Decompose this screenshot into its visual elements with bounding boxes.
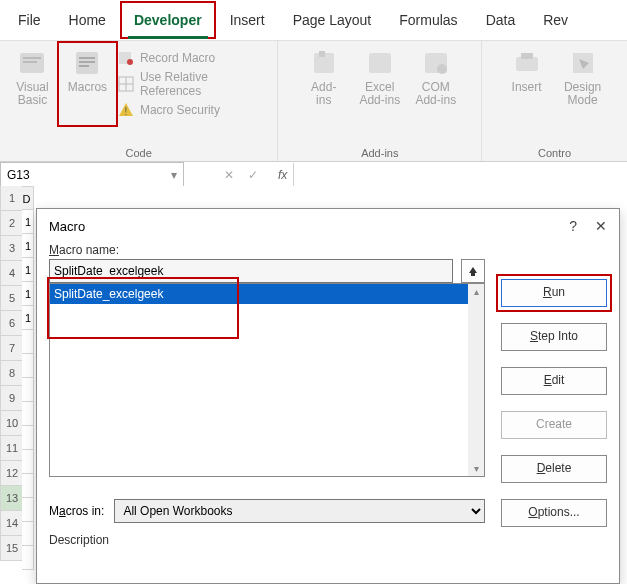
description-label: Description xyxy=(49,533,485,547)
cell[interactable]: 1 xyxy=(22,210,34,234)
row-header[interactable]: 14 xyxy=(0,511,24,536)
cell[interactable] xyxy=(22,522,34,546)
group-label-controls: Contro xyxy=(538,147,571,159)
name-box-value: G13 xyxy=(7,168,30,182)
edit-button[interactable]: Edit xyxy=(501,367,607,395)
tab-page-layout[interactable]: Page Layout xyxy=(279,1,386,39)
run-button[interactable]: Run xyxy=(501,279,607,307)
enter-icon[interactable]: ✓ xyxy=(248,168,258,182)
macro-security-label: Macro Security xyxy=(140,103,220,117)
tab-file[interactable]: File xyxy=(4,1,55,39)
cell[interactable] xyxy=(22,426,34,450)
arrow-up-icon xyxy=(467,265,479,277)
tab-developer[interactable]: Developer xyxy=(120,1,216,39)
svg-rect-20 xyxy=(521,53,533,59)
use-relative-button[interactable]: Use Relative References xyxy=(118,73,270,95)
cell[interactable] xyxy=(22,546,34,570)
row-header[interactable]: 10 xyxy=(0,411,24,436)
row-header[interactable]: 5 xyxy=(0,286,24,311)
com-addins-button[interactable]: COM Add-ins xyxy=(411,47,461,107)
macro-name-input[interactable] xyxy=(49,259,453,283)
row-header[interactable]: 2 xyxy=(0,211,24,236)
scrollbar[interactable]: ▴▾ xyxy=(468,284,484,476)
addins-button[interactable]: Add- ins xyxy=(299,47,349,107)
row-header[interactable]: 3 xyxy=(0,236,24,261)
cell[interactable] xyxy=(22,402,34,426)
svg-text:!: ! xyxy=(125,106,128,117)
visual-basic-button[interactable]: Visual Basic xyxy=(8,47,57,121)
cell[interactable] xyxy=(22,498,34,522)
macros-in-label: Macros in: xyxy=(49,504,104,518)
insert-control-label: Insert xyxy=(512,81,542,94)
record-macro-icon xyxy=(118,50,134,66)
formula-bar: G13 ▾ ✕ ✓ fx xyxy=(0,162,627,189)
row-header[interactable]: 13 xyxy=(0,486,24,511)
scroll-up-icon: ▴ xyxy=(474,286,479,297)
tab-data[interactable]: Data xyxy=(472,1,530,39)
macros-in-select[interactable]: All Open Workbooks xyxy=(114,499,485,523)
cell[interactable]: 1 xyxy=(22,258,34,282)
cell[interactable] xyxy=(22,474,34,498)
macro-list-item[interactable]: SplitDate_excelgeek xyxy=(50,284,484,304)
row-header[interactable]: 1 xyxy=(0,186,24,211)
row-header[interactable]: 15 xyxy=(0,536,24,561)
warning-icon: ! xyxy=(118,102,134,118)
cell[interactable] xyxy=(22,354,34,378)
row-header[interactable]: 9 xyxy=(0,386,24,411)
macros-button[interactable]: Macros xyxy=(63,47,112,121)
create-button[interactable]: Create xyxy=(501,411,607,439)
tab-insert[interactable]: Insert xyxy=(216,1,279,39)
row-header[interactable]: 11 xyxy=(0,436,24,461)
macros-label: Macros xyxy=(68,81,107,94)
svg-marker-23 xyxy=(469,267,477,273)
row-header[interactable]: 4 xyxy=(0,261,24,286)
dialog-title: Macro xyxy=(49,219,85,234)
delete-button[interactable]: Delete xyxy=(501,455,607,483)
col-header[interactable]: D xyxy=(22,186,34,210)
grid-icon xyxy=(118,76,134,92)
addins-label: Add- ins xyxy=(311,81,336,107)
cell[interactable] xyxy=(22,330,34,354)
tab-formulas[interactable]: Formulas xyxy=(385,1,471,39)
name-box[interactable]: G13 ▾ xyxy=(0,162,184,188)
svg-rect-4 xyxy=(79,57,95,59)
collapse-dialog-button[interactable] xyxy=(461,259,485,283)
design-mode-button[interactable]: Design Mode xyxy=(558,47,608,107)
cell[interactable]: 1 xyxy=(22,306,34,330)
tab-review[interactable]: Rev xyxy=(529,1,582,39)
insert-control-button[interactable]: Insert xyxy=(502,47,552,107)
record-macro-label: Record Macro xyxy=(140,51,215,65)
close-button[interactable]: ✕ xyxy=(595,218,607,234)
row-header[interactable]: 8 xyxy=(0,361,24,386)
svg-rect-2 xyxy=(23,61,37,63)
dialog-titlebar[interactable]: Macro ? ✕ xyxy=(37,209,619,243)
macro-list[interactable]: SplitDate_excelgeek ▴▾ xyxy=(49,283,485,477)
svg-rect-6 xyxy=(79,65,89,67)
fx-icon[interactable]: fx xyxy=(272,168,293,182)
macro-security-button[interactable]: ! Macro Security xyxy=(118,99,270,121)
row-header[interactable]: 6 xyxy=(0,311,24,336)
ribbon-group-code: Visual Basic Macros Record Macro Use Rel… xyxy=(0,41,278,161)
cell[interactable] xyxy=(22,450,34,474)
help-button[interactable]: ? xyxy=(569,218,577,234)
row-header[interactable]: 12 xyxy=(0,461,24,486)
options-button[interactable]: Options... xyxy=(501,499,607,527)
ribbon-group-addins: Add- ins Excel Add-ins COM Add-ins Add-i… xyxy=(278,41,482,161)
svg-rect-16 xyxy=(369,53,391,73)
tab-home[interactable]: Home xyxy=(55,1,120,39)
step-into-button[interactable]: Step Into xyxy=(501,323,607,351)
row-header[interactable]: 7 xyxy=(0,336,24,361)
svg-rect-5 xyxy=(79,61,95,63)
record-macro-button[interactable]: Record Macro xyxy=(118,47,270,69)
cell[interactable] xyxy=(22,378,34,402)
cancel-icon[interactable]: ✕ xyxy=(224,168,234,182)
visual-basic-icon xyxy=(16,47,48,79)
visual-basic-label: Visual Basic xyxy=(16,81,48,107)
addins-icon xyxy=(308,47,340,79)
formula-input[interactable] xyxy=(293,163,627,187)
excel-addins-button[interactable]: Excel Add-ins xyxy=(355,47,405,107)
svg-rect-1 xyxy=(23,57,41,59)
group-label-code: Code xyxy=(126,147,152,159)
cell[interactable]: 1 xyxy=(22,282,34,306)
cell[interactable]: 1 xyxy=(22,234,34,258)
